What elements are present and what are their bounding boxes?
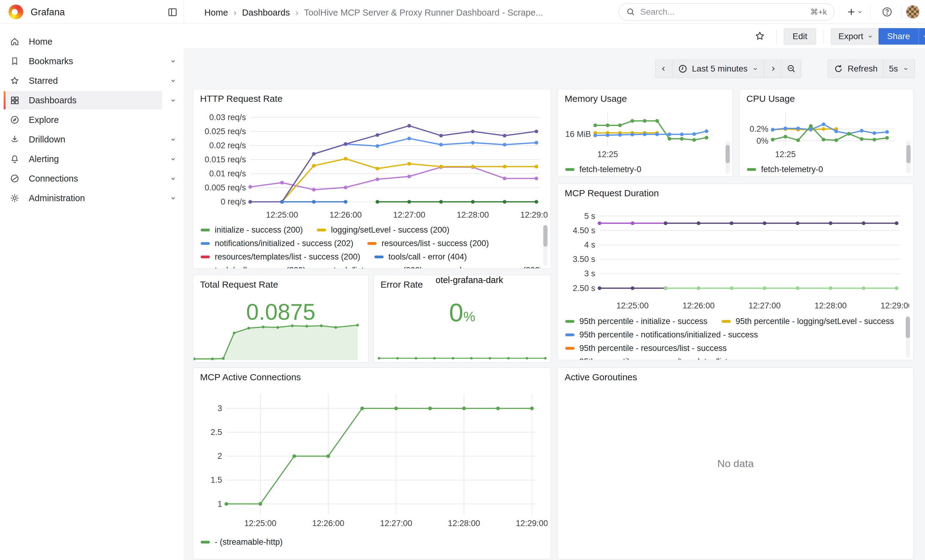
legend-chip: [565, 347, 574, 350]
svg-text:12:28:00: 12:28:00: [448, 519, 480, 528]
export-button[interactable]: Export: [831, 28, 881, 45]
sidebar-item-drilldown[interactable]: Drilldown: [4, 130, 180, 149]
legend-item[interactable]: 95th percentile - notifications/initiali…: [565, 330, 758, 339]
panel-title[interactable]: CPU Usage: [746, 93, 795, 104]
sidebar-item-alerting[interactable]: Alerting: [4, 149, 180, 169]
legend-label: tools/call - error (404): [389, 252, 467, 262]
legend-item[interactable]: resources/list - success (200): [368, 239, 489, 248]
sidebar-item-bookmarks[interactable]: Bookmarks: [4, 51, 180, 71]
add-button[interactable]: [843, 4, 866, 20]
legend-label: unknown - success (200): [450, 266, 540, 269]
legend-chip: [374, 255, 384, 258]
bell-icon: [10, 154, 20, 164]
user-avatar[interactable]: [906, 5, 919, 19]
chevron-down-icon[interactable]: [169, 194, 177, 202]
chevron-down-icon: [752, 65, 759, 72]
sidebar-item-dashboards[interactable]: Dashboards: [4, 90, 180, 110]
legend-item[interactable]: resources/templates/list - success (200): [201, 252, 360, 262]
sidebar-item-home[interactable]: Home: [4, 32, 180, 51]
legend-scrollbar-thumb[interactable]: [906, 145, 911, 163]
mcp-active-connections-chart[interactable]: 12:25:0012:26:0012:27:0012:28:0012:29:00…: [196, 385, 548, 531]
star-icon: [10, 76, 20, 86]
svg-text:0.015 req/s: 0.015 req/s: [205, 155, 246, 164]
svg-text:0.025 req/s: 0.025 req/s: [205, 127, 246, 136]
legend-item[interactable]: tools/call - error (404): [374, 252, 467, 262]
chevron-down-icon[interactable]: [169, 136, 177, 143]
grafana-logo-icon[interactable]: [9, 5, 23, 19]
legend-chip: [565, 168, 574, 171]
legend-item[interactable]: tools/list - success (200): [319, 266, 422, 269]
legend-item[interactable]: 95th percentile - resources/list - succe…: [565, 344, 727, 353]
share-button[interactable]: Share: [878, 28, 919, 45]
legend-item[interactable]: 95th percentile - initialize - success: [565, 317, 708, 326]
legend-item[interactable]: fetch-telemetry-0: [747, 165, 823, 174]
time-back-button[interactable]: [655, 60, 672, 78]
sidebar-item-starred[interactable]: Starred: [4, 71, 180, 90]
connections-icon: [10, 174, 20, 183]
legend-item[interactable]: tools/call - success (200): [201, 266, 306, 269]
help-button[interactable]: [878, 4, 896, 20]
zoom-out-button[interactable]: [782, 60, 801, 78]
error-rate-number: 0: [449, 298, 463, 327]
chevron-down-icon: [922, 33, 925, 40]
mcp-request-duration-chart[interactable]: 12:25:0012:26:0012:27:0012:28:0012:29:00…: [560, 201, 909, 313]
panel-title[interactable]: HTTP Request Rate: [200, 93, 283, 104]
legend-item[interactable]: 95th percentile - resources/templates/li…: [565, 357, 765, 360]
sidebar-item-explore[interactable]: Explore: [4, 110, 180, 130]
search-icon: [626, 8, 635, 17]
cpu-usage-chart[interactable]: 12:250.2%0%: [741, 105, 905, 159]
panel-title[interactable]: MCP Active Connections: [200, 372, 301, 383]
time-range-picker[interactable]: Last 5 minutes: [672, 60, 764, 78]
sidebar-item-label: Home: [29, 37, 52, 47]
search-input[interactable]: [640, 7, 805, 17]
chevron-down-icon[interactable]: [169, 155, 177, 163]
edit-button[interactable]: Edit: [784, 28, 816, 45]
sidebar-item-administration[interactable]: Administration: [4, 188, 180, 208]
svg-text:12:25: 12:25: [597, 150, 618, 159]
legend-item[interactable]: initialize - success (200): [201, 225, 303, 235]
legend-item[interactable]: unknown - success (200): [437, 266, 540, 269]
legend-item[interactable]: 95th percentile - logging/setLevel - suc…: [722, 317, 894, 326]
star-button[interactable]: [751, 29, 768, 44]
memory-usage-chart[interactable]: 12:2516 MiB: [559, 105, 724, 159]
home-icon: [10, 37, 20, 47]
header-divider: [184, 0, 184, 24]
chevron-down-icon[interactable]: [169, 77, 177, 84]
share-options-button[interactable]: [919, 28, 925, 45]
time-forward-button[interactable]: [764, 60, 782, 78]
app-header: Grafana Home › Dashboards › ToolHive MCP…: [0, 0, 925, 24]
chevron-down-icon[interactable]: [169, 97, 177, 104]
breadcrumb-home[interactable]: Home: [204, 8, 228, 18]
search-shortcut: ⌘+k: [810, 8, 827, 17]
svg-text:0.01 req/s: 0.01 req/s: [209, 169, 246, 178]
svg-text:0.2%: 0.2%: [749, 125, 768, 134]
legend-scrollbar-thumb[interactable]: [906, 317, 910, 338]
legend-item[interactable]: notifications/initialized - success (202…: [201, 239, 353, 248]
search-box[interactable]: ⌘+k: [619, 3, 835, 21]
legend-scrollbar-thumb[interactable]: [543, 225, 548, 247]
legend-item[interactable]: fetch-telemetry-0: [565, 165, 642, 174]
zoom-out-icon: [786, 64, 796, 74]
legend-label: 95th percentile - resources/templates/li…: [579, 357, 765, 360]
sidebar-toggle-icon[interactable]: [167, 7, 178, 19]
breadcrumb-dashboards[interactable]: Dashboards: [242, 8, 290, 18]
error-rate-unit: %: [463, 309, 475, 324]
legend-label: 95th percentile - notifications/initiali…: [579, 330, 758, 339]
legend-item[interactable]: - (streamable-http): [201, 537, 283, 547]
refresh-button[interactable]: Refresh: [828, 60, 883, 78]
legend-item[interactable]: logging/setLevel - success (200): [317, 225, 449, 235]
legend-scrollbar-thumb[interactable]: [726, 145, 730, 163]
http-legend: initialize - success (200) logging/setLe…: [201, 223, 540, 269]
sidebar-item-connections[interactable]: Connections: [4, 169, 180, 188]
refresh-interval-picker[interactable]: 5s: [883, 60, 915, 78]
panel-mcp-active-connections: MCP Active Connections 12:25:0012:26:001…: [193, 368, 551, 559]
panel-title[interactable]: Memory Usage: [565, 93, 627, 104]
sidebar-item-label: Bookmarks: [29, 56, 73, 66]
legend-chip: [747, 168, 756, 171]
conns-legend: - (streamable-http): [201, 535, 540, 549]
chevron-down-icon[interactable]: [169, 57, 177, 65]
panel-title[interactable]: MCP Request Duration: [565, 188, 659, 198]
http-request-rate-chart[interactable]: 12:25:0012:26:0012:27:0012:28:0012:29:00…: [196, 107, 548, 222]
svg-text:12:27:00: 12:27:00: [749, 301, 780, 310]
chevron-down-icon[interactable]: [169, 175, 177, 182]
